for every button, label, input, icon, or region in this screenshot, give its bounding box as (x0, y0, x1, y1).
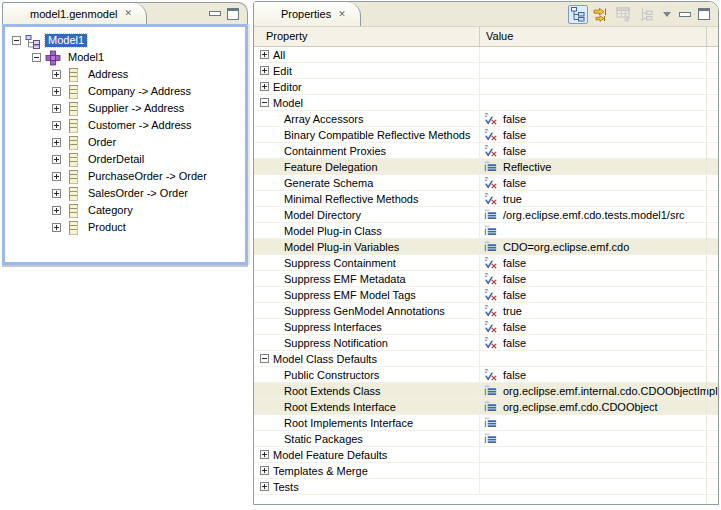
tree-item[interactable]: Address (5, 66, 245, 83)
category-expander-icon[interactable] (260, 450, 269, 459)
property-name: Suppress Notification (284, 337, 388, 349)
tree-item[interactable]: Model1 (5, 49, 245, 66)
tree-expander-icon[interactable] (52, 155, 61, 164)
tree-expander-icon[interactable] (52, 70, 61, 79)
tree-expander-icon[interactable] (12, 36, 21, 45)
property-row[interactable]: Binary Compatible Reflective Methods fal… (254, 127, 718, 143)
property-row[interactable]: Root Extends Class org.eclipse.emf.inter… (254, 383, 718, 399)
tab-model1-genmodel[interactable]: model1.genmodel ✕ (3, 3, 147, 24)
tree-expander-icon[interactable] (52, 87, 61, 96)
eclass-icon (65, 186, 81, 202)
category-expander-icon[interactable] (260, 50, 269, 59)
property-value: false (503, 337, 526, 349)
property-row[interactable]: All (254, 47, 718, 63)
property-row[interactable]: Suppress Interfaces false (254, 319, 718, 335)
tree-item[interactable]: Customer -> Address (5, 117, 245, 134)
restore-default-icon-button (614, 5, 634, 24)
close-icon[interactable]: ✕ (336, 10, 346, 19)
tree-item[interactable]: Model1 (5, 32, 245, 49)
tab-properties[interactable]: Properties ✕ (254, 2, 361, 26)
property-row[interactable]: Model (254, 95, 718, 111)
property-row[interactable]: Minimal Reflective Methods true (254, 191, 718, 207)
property-row[interactable]: Edit (254, 63, 718, 79)
property-row[interactable]: Model Class Defaults (254, 351, 718, 367)
tree-expander-icon[interactable] (52, 172, 61, 181)
column-header-value[interactable]: Value (480, 27, 707, 46)
category-expander-icon[interactable] (260, 482, 269, 491)
genmodel-icon (9, 6, 25, 22)
property-row[interactable]: Root Implements Interface (254, 415, 718, 431)
tree-item[interactable]: Company -> Address (5, 83, 245, 100)
genmodel-icon (25, 33, 41, 49)
property-row[interactable]: Feature Delegation Reflective (254, 159, 718, 175)
maximize-icon[interactable] (698, 8, 710, 20)
category-expander-icon[interactable] (260, 354, 269, 363)
properties-view-part: Properties ✕ Property Value All Edit (253, 1, 719, 505)
property-name: Binary Compatible Reflective Methods (284, 129, 470, 141)
property-row[interactable]: Generate Schema false (254, 175, 718, 191)
property-name: Static Packages (284, 433, 363, 445)
property-row[interactable]: Suppress Containment false (254, 255, 718, 271)
tree-expander-icon[interactable] (52, 189, 61, 198)
tree-item[interactable]: Supplier -> Address (5, 100, 245, 117)
property-row[interactable]: Root Extends Interface org.eclipse.emf.c… (254, 399, 718, 415)
category-expander-icon[interactable] (260, 466, 269, 475)
tree-item[interactable]: PurchaseOrder -> Order (5, 168, 245, 185)
tree-item[interactable]: SalesOrder -> Order (5, 185, 245, 202)
category-expander-icon[interactable] (260, 82, 269, 91)
property-row[interactable]: Tests (254, 479, 718, 495)
property-row[interactable]: Templates & Merge (254, 463, 718, 479)
property-row[interactable]: Model Plug-in Class (254, 223, 718, 239)
category-expander-icon[interactable] (260, 66, 269, 75)
property-name: Root Extends Interface (284, 401, 396, 413)
column-header-property[interactable]: Property (254, 27, 480, 46)
tree-item[interactable]: Order (5, 134, 245, 151)
tree-expander-icon[interactable] (52, 138, 61, 147)
property-value: Reflective (503, 161, 551, 173)
property-value: false (503, 273, 526, 285)
property-row[interactable]: Suppress EMF Metadata false (254, 271, 718, 287)
property-row[interactable]: Containment Proxies false (254, 143, 718, 159)
property-row[interactable]: Suppress EMF Model Tags false (254, 287, 718, 303)
property-name: Edit (273, 65, 292, 77)
close-icon[interactable]: ✕ (122, 9, 132, 18)
property-value: CDO=org.eclipse.emf.cdo (503, 241, 629, 253)
tree-item[interactable]: OrderDetail (5, 151, 245, 168)
minimize-icon[interactable] (679, 12, 691, 17)
property-row[interactable]: Suppress GenModel Annotations true (254, 303, 718, 319)
advanced-arrows-icon-button[interactable] (591, 5, 611, 24)
property-name: Root Implements Interface (284, 417, 413, 429)
properties-table: Property Value All Edit Editor (254, 27, 718, 504)
tree-expander-icon[interactable] (52, 104, 61, 113)
minimize-icon[interactable] (209, 11, 221, 16)
tree-expander-icon[interactable] (32, 53, 41, 62)
tree-expander-icon[interactable] (52, 223, 61, 232)
property-value: /org.eclipse.emf.cdo.tests.model1/src (503, 209, 685, 221)
property-value: false (503, 289, 526, 301)
tree-expander-icon[interactable] (52, 121, 61, 130)
property-row[interactable]: Array Accessors false (254, 111, 718, 127)
property-name: Model Plug-in Class (284, 225, 382, 237)
tree-item[interactable]: Category (5, 202, 245, 219)
tree-item[interactable]: Product (5, 219, 245, 236)
property-name: Suppress Interfaces (284, 321, 382, 333)
view-menu-icon[interactable] (663, 12, 671, 17)
property-row[interactable]: Static Packages (254, 431, 718, 447)
property-row[interactable]: Model Plug-in Variables CDO=org.eclipse.… (254, 239, 718, 255)
tree-expander-icon[interactable] (52, 206, 61, 215)
property-name: Containment Proxies (284, 145, 386, 157)
categories-tree-icon-button[interactable] (568, 5, 588, 24)
property-row[interactable]: Public Constructors false (254, 367, 718, 383)
property-row[interactable]: Model Directory /org.eclipse.emf.cdo.tes… (254, 207, 718, 223)
genmodel-editor-part: model1.genmodel ✕ Model1 Model1 Address … (2, 2, 248, 265)
eclass-icon (65, 67, 81, 83)
property-value: org.eclipse.emf.cdo.CDOObject (503, 401, 658, 413)
property-row[interactable]: Model Feature Defaults (254, 447, 718, 463)
category-expander-icon[interactable] (260, 98, 269, 107)
maximize-icon[interactable] (227, 8, 239, 20)
boolean-value-icon (483, 319, 499, 334)
property-row[interactable]: Editor (254, 79, 718, 95)
property-row[interactable]: Suppress Notification false (254, 335, 718, 351)
eclass-icon (65, 135, 81, 151)
property-name: Model Feature Defaults (273, 449, 387, 461)
